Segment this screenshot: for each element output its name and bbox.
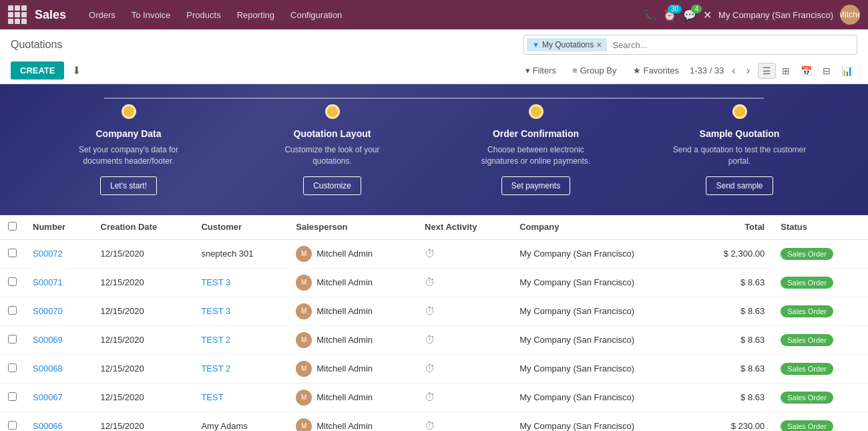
phone-icon[interactable]: 📞 [643, 9, 656, 21]
pivot-view-button[interactable]: ⊟ [818, 63, 835, 79]
apps-grid-icon[interactable] [8, 5, 27, 24]
menu-to-invoice[interactable]: To Invoice [125, 6, 178, 24]
row-checkbox-cell[interactable] [0, 383, 25, 412]
row-checkbox-cell[interactable] [0, 412, 25, 431]
col-salesperson[interactable]: Salesperson [288, 215, 417, 240]
row-checkbox[interactable] [8, 392, 17, 401]
favorites-button[interactable]: ★ Favorites [628, 63, 684, 78]
row-checkbox[interactable] [8, 249, 17, 257]
menu-configuration[interactable]: Configuration [284, 6, 349, 24]
row-next-activity[interactable]: ⏱ [417, 354, 511, 383]
next-page-button[interactable]: › [744, 62, 752, 80]
groupby-label: Group By [580, 65, 617, 76]
remove-filter-tag-button[interactable]: × [596, 39, 602, 50]
row-number[interactable]: S00072 [25, 239, 93, 268]
row-number[interactable]: S00066 [25, 412, 93, 431]
activity-clock-icon[interactable]: ⏱ [425, 363, 435, 374]
row-customer[interactable]: Amy Adams [193, 412, 288, 431]
onboarding-step-4: Sample Quotation Send a quotation to tes… [673, 104, 807, 195]
company-name[interactable]: My Company (San Francisco) [718, 10, 833, 20]
row-number[interactable]: S00071 [25, 268, 93, 297]
row-checkbox[interactable] [8, 277, 17, 286]
activity-clock-icon[interactable]: ⏱ [425, 277, 435, 288]
row-checkbox-cell[interactable] [0, 239, 25, 268]
search-input[interactable] [607, 37, 857, 53]
row-next-activity[interactable]: ⏱ [417, 412, 511, 431]
row-status: Sales Order [773, 239, 868, 268]
step-dot-2 [325, 104, 340, 119]
step-4-button[interactable]: Send sample [706, 176, 773, 195]
row-next-activity[interactable]: ⏱ [417, 383, 511, 412]
menu-orders[interactable]: Orders [82, 6, 122, 24]
clock-badge: 30 [668, 5, 682, 13]
row-customer[interactable]: sneptech 301 [193, 239, 288, 268]
row-customer[interactable]: TEST 2 [193, 354, 288, 383]
select-all-header[interactable] [0, 215, 25, 240]
row-next-activity[interactable]: ⏱ [417, 325, 511, 354]
col-customer[interactable]: Customer [193, 215, 288, 240]
row-checkbox-cell[interactable] [0, 325, 25, 354]
filter-tag-my-quotations[interactable]: ▼ My Quotations × [527, 38, 607, 51]
row-salesperson: M Mitchell Admin [288, 354, 417, 383]
row-next-activity[interactable]: ⏱ [417, 268, 511, 297]
row-customer[interactable]: TEST 3 [193, 268, 288, 297]
user-avatar[interactable]: Mitche [840, 5, 860, 25]
create-button[interactable]: CREATE [11, 61, 64, 80]
close-icon[interactable]: ✕ [703, 9, 712, 21]
filters-button[interactable]: ▾ Filters [520, 63, 562, 78]
row-number[interactable]: S00069 [25, 325, 93, 354]
activity-clock-icon[interactable]: ⏱ [425, 248, 435, 259]
prev-page-button[interactable]: ‹ [729, 62, 738, 80]
step-2-button[interactable]: Customize [303, 176, 361, 195]
col-total[interactable]: Total [694, 215, 773, 240]
message-icon[interactable]: 💬 4 [683, 9, 696, 21]
calendar-view-button[interactable]: 📅 [796, 63, 817, 79]
kanban-view-button[interactable]: ⊞ [777, 63, 795, 79]
row-checkbox-cell[interactable] [0, 297, 25, 325]
row-next-activity[interactable]: ⏱ [417, 239, 511, 268]
graph-view-button[interactable]: 📊 [837, 63, 857, 79]
row-customer[interactable]: TEST 3 [193, 297, 288, 325]
row-status: Sales Order [773, 325, 868, 354]
row-next-activity[interactable]: ⏱ [417, 297, 511, 325]
activity-clock-icon[interactable]: ⏱ [425, 420, 435, 431]
menu-reporting[interactable]: Reporting [230, 6, 281, 24]
row-number[interactable]: S00068 [25, 354, 93, 383]
filters-label: Filters [533, 65, 556, 76]
row-total: $ 8.63 [694, 325, 773, 354]
salesperson-name: Mitchell Admin [316, 421, 373, 431]
select-all-checkbox[interactable] [8, 222, 17, 231]
row-checkbox[interactable] [8, 335, 17, 343]
step-1-button[interactable]: Let's start! [100, 176, 157, 195]
col-number[interactable]: Number [25, 215, 93, 240]
row-checkbox-cell[interactable] [0, 354, 25, 383]
row-status: Sales Order [773, 268, 868, 297]
step-3-desc: Choose between electronic signatures or … [469, 144, 603, 167]
col-creation-date[interactable]: Creation Date [93, 215, 194, 240]
row-checkbox[interactable] [8, 421, 17, 430]
clock-icon[interactable]: ⏰ 30 [663, 9, 676, 21]
col-next-activity[interactable]: Next Activity [417, 215, 511, 240]
download-icon[interactable]: ⬇ [69, 61, 83, 80]
row-total: $ 8.63 [694, 268, 773, 297]
row-salesperson: M Mitchell Admin [288, 325, 417, 354]
row-customer[interactable]: TEST 2 [193, 325, 288, 354]
row-number[interactable]: S00067 [25, 383, 93, 412]
row-checkbox[interactable] [8, 364, 17, 372]
toolbar: CREATE ⬇ ▾ Filters ≡ Group By ★ Favorite… [0, 57, 868, 84]
groupby-button[interactable]: ≡ Group By [567, 63, 622, 78]
menu-products[interactable]: Products [180, 6, 227, 24]
row-checkbox[interactable] [8, 306, 17, 315]
col-company[interactable]: Company [511, 215, 693, 240]
activity-clock-icon[interactable]: ⏱ [425, 392, 435, 403]
row-company: My Company (San Francisco) [511, 239, 693, 268]
brand-name[interactable]: Sales [35, 8, 66, 22]
row-customer[interactable]: TEST [193, 383, 288, 412]
activity-clock-icon[interactable]: ⏱ [425, 334, 435, 345]
activity-clock-icon[interactable]: ⏱ [425, 305, 435, 317]
list-view-button[interactable]: ☰ [758, 63, 776, 79]
col-status[interactable]: Status [773, 215, 868, 240]
step-3-button[interactable]: Set payments [501, 176, 570, 195]
row-checkbox-cell[interactable] [0, 268, 25, 297]
row-number[interactable]: S00070 [25, 297, 93, 325]
